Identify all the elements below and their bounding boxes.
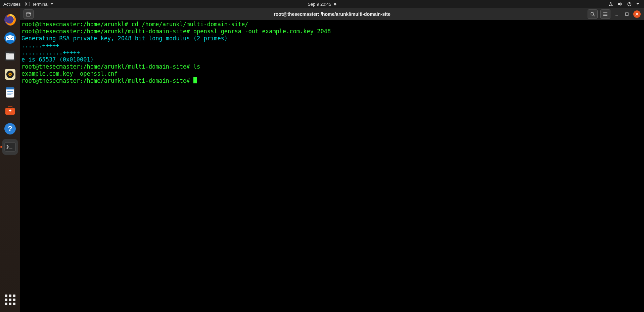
svg-rect-36: [626, 13, 628, 15]
dock-item-thunderbird[interactable]: [2, 30, 18, 46]
terminal-icon: [25, 2, 30, 6]
window-title: root@thesecmaster: /home/arunkl/multi-do…: [274, 11, 390, 17]
dock-item-help[interactable]: ?: [2, 121, 18, 136]
svg-rect-17: [6, 87, 14, 89]
terminal-line: root@thesecmaster:/home/arunkl# cd /home…: [21, 21, 643, 28]
search-icon: [590, 12, 595, 16]
new-tab-button[interactable]: [24, 9, 34, 19]
app-menu-label: Terminal: [32, 2, 48, 7]
maximize-icon: [625, 12, 629, 16]
minimize-icon: [615, 12, 619, 16]
cursor: [193, 77, 197, 83]
notification-dot-icon: [334, 3, 336, 5]
svg-point-15: [9, 74, 11, 75]
activities-button[interactable]: Activities: [3, 2, 20, 7]
terminal-output[interactable]: root@thesecmaster:/home/arunkl# cd /home…: [20, 20, 644, 312]
terminal-line: e is 65537 (0x010001): [21, 56, 643, 63]
close-icon: [635, 12, 639, 16]
terminal-line: example.com.key openssl.cnf: [21, 70, 643, 77]
terminal-line: ............+++++: [21, 49, 643, 56]
dock-item-rhythmbox[interactable]: [2, 67, 18, 82]
terminal-line: root@thesecmaster:/home/arunkl/multi-dom…: [21, 28, 643, 35]
svg-rect-24: [5, 143, 15, 151]
volume-icon: [618, 2, 623, 6]
clock-text: Sep 9 20:45: [308, 2, 331, 7]
status-area[interactable]: [608, 2, 644, 6]
dock-item-software[interactable]: [2, 103, 18, 118]
power-icon: [627, 2, 632, 6]
maximize-button[interactable]: [623, 10, 631, 18]
terminal-line: root@thesecmaster:/home/arunkl/multi-dom…: [21, 77, 643, 84]
dock-item-files[interactable]: [2, 48, 18, 64]
search-button[interactable]: [588, 9, 598, 19]
chevron-down-icon: [636, 3, 639, 5]
dock-item-firefox[interactable]: [2, 12, 18, 28]
close-button[interactable]: [633, 10, 641, 18]
dock-item-terminal[interactable]: [2, 139, 18, 155]
svg-point-30: [591, 12, 594, 15]
gnome-top-bar: Activities Terminal Sep 9 20:45: [0, 0, 644, 8]
dock-item-writer[interactable]: [2, 85, 18, 100]
hamburger-menu-button[interactable]: [600, 9, 610, 19]
terminal-line: root@thesecmaster:/home/arunkl/multi-dom…: [21, 63, 643, 70]
clock[interactable]: Sep 9 20:45: [308, 2, 336, 7]
svg-rect-0: [25, 2, 30, 6]
window-titlebar: root@thesecmaster: /home/arunkl/multi-do…: [20, 8, 644, 20]
terminal-line: Generating RSA private key, 2048 bit lon…: [21, 35, 643, 42]
dock: ?: [0, 8, 20, 312]
show-applications-button[interactable]: [2, 292, 18, 307]
app-menu[interactable]: Terminal: [25, 2, 53, 7]
new-tab-icon: [26, 12, 31, 16]
svg-rect-11: [6, 53, 9, 54]
svg-text:?: ?: [8, 124, 12, 133]
terminal-line: ......+++++: [21, 42, 643, 49]
chevron-down-icon: [50, 3, 53, 5]
minimize-button[interactable]: [613, 10, 620, 18]
hamburger-icon: [603, 12, 608, 16]
svg-line-31: [593, 15, 595, 16]
network-icon: [608, 2, 613, 6]
